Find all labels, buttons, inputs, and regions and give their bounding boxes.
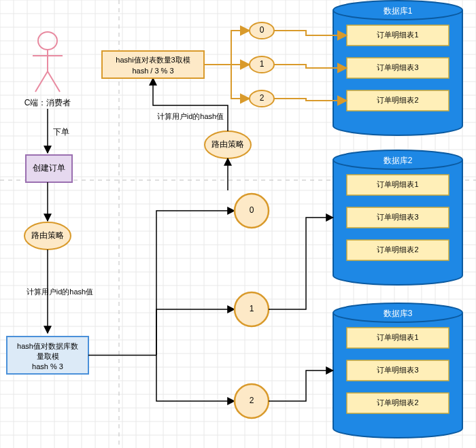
- database-1-table-1-label: 订单明细表3: [377, 63, 418, 71]
- node-table-result-2-label: 2: [260, 93, 265, 103]
- database-2-table-2-label: 订单明细表2: [377, 245, 418, 254]
- database-1-title: 数据库1: [384, 6, 413, 16]
- node-db-mod-l1: hash值对数据库数: [17, 342, 78, 350]
- actor-label: C端：消费者: [24, 98, 71, 107]
- edge-db-2-to-cyl: [269, 371, 333, 401]
- edge-hash-left-label: 计算用户id的hash值: [27, 288, 93, 296]
- database-3-table-1-label: 订单明细表3: [377, 366, 418, 374]
- database-1: 数据库1订单明细表1订单明细表3订单明细表2: [333, 1, 462, 135]
- node-table-result-0-label: 0: [260, 25, 265, 35]
- edge-hash-top-label: 计算用户id的hash值: [157, 112, 224, 120]
- node-route-strategy-top-label: 路由策略: [211, 139, 244, 149]
- database-1-table-2-label: 订单明细表2: [377, 96, 418, 104]
- edge-dbmod-1: [156, 309, 235, 356]
- node-db-mod-l3: hash % 3: [32, 362, 63, 371]
- actor-consumer: C端：消费者: [24, 32, 71, 107]
- node-create-order-label: 创建订单: [33, 163, 65, 173]
- database-2-table-1-label: 订单明细表3: [377, 213, 418, 221]
- edge-dbmod-0: [156, 211, 235, 356]
- node-table-mod-l1: hashi值对表数量3取模: [116, 56, 190, 64]
- database-3-table-2-label: 订单明细表2: [377, 398, 418, 407]
- database-3-table-0-label: 订单明细表1: [377, 333, 418, 341]
- database-2-title: 数据库2: [384, 156, 413, 165]
- node-route-strategy-left-label: 路由策略: [31, 230, 64, 240]
- node-table-result-1-label: 1: [260, 59, 265, 69]
- database-2: 数据库2订单明细表1订单明细表3订单明细表2: [333, 150, 462, 285]
- node-db-result-0-label: 0: [250, 205, 254, 215]
- node-db-result-1-label: 1: [250, 304, 254, 313]
- database-3-title: 数据库3: [384, 309, 413, 318]
- edge-tm-0: [231, 31, 250, 65]
- edge-place-order-label: 下单: [53, 127, 69, 137]
- node-db-mod-l2: 量取模: [37, 352, 59, 360]
- database-1-table-0-label: 订单明细表1: [377, 31, 418, 39]
- node-db-result-2-label: 2: [250, 396, 254, 405]
- database-2-table-0-label: 订单明细表1: [377, 180, 418, 188]
- node-table-mod-l2: hash / 3 % 3: [132, 67, 173, 75]
- database-3: 数据库3订单明细表1订单明细表3订单明细表2: [333, 303, 462, 438]
